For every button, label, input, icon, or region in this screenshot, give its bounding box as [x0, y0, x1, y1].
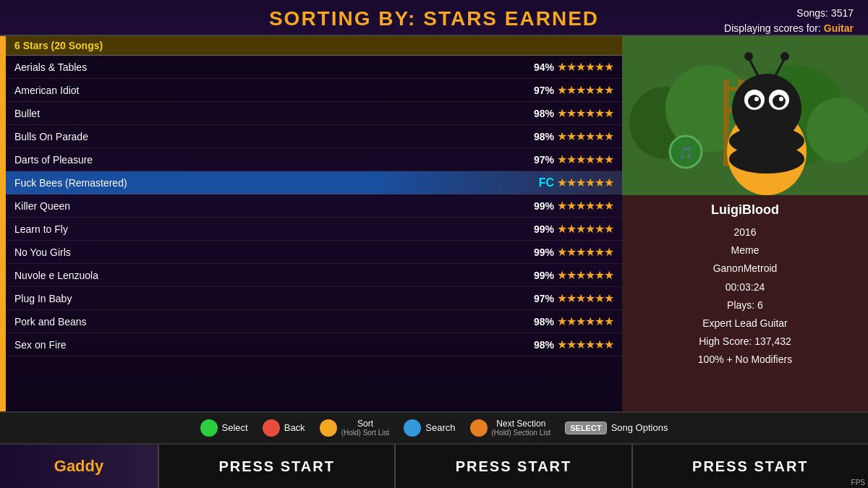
control-select-label: Select [222, 422, 248, 433]
select-badge-icon[interactable]: SELECT [565, 421, 606, 435]
control-song-options-label: Song Options [611, 422, 668, 433]
svg-point-15 [748, 95, 761, 108]
control-back-label: Back [284, 422, 305, 433]
displaying-label: Displaying scores for: [724, 22, 821, 34]
player-image-svg: 🎵 [622, 36, 868, 195]
song-name: Darts of Pleasure [14, 154, 534, 166]
song-score: 98% [534, 131, 554, 142]
sorting-value: Stars Earned [423, 7, 599, 30]
stat-duration: 00:03:24 [634, 278, 856, 296]
svg-point-12 [732, 74, 801, 143]
displaying-value: Guitar [824, 22, 854, 34]
song-row[interactable]: Killer Queen99%★★★★★★ [6, 194, 622, 218]
control-sort-label: Sort(Hold) Sort List [341, 419, 390, 437]
header: SORTING BY: Stars Earned Songs: 3517 Dis… [0, 0, 868, 36]
left-accent-bar [0, 36, 6, 412]
song-row[interactable]: Learn to Fly99%★★★★★★ [6, 218, 622, 241]
song-row[interactable]: Darts of Pleasure97%★★★★★★ [6, 148, 622, 171]
song-name: Bulls On Parade [14, 131, 534, 142]
blue-button-icon[interactable] [404, 419, 421, 437]
song-name: American Idiot [14, 85, 534, 96]
songs-count-value: 3517 [831, 7, 854, 19]
songs-count-label: Songs: [796, 7, 828, 19]
song-row[interactable]: Bullet98%★★★★★★ [6, 102, 622, 125]
player-stats: 2016 Meme GanonMetroid 00:03:24 Plays: 6… [634, 223, 856, 369]
footer-player1: Gaddy [0, 445, 159, 488]
stat-year: 2016 [634, 223, 856, 241]
header-right: Songs: 3517 Displaying scores for: Guita… [724, 6, 854, 36]
svg-point-16 [773, 95, 786, 108]
sorting-label: SORTING BY: [269, 7, 416, 30]
controls-bar: Select Back Sort(Hold) Sort List Search … [0, 411, 868, 445]
yellow-button-icon[interactable] [320, 419, 337, 437]
song-row[interactable]: Nuvole e Lenzuola99%★★★★★★ [6, 264, 622, 287]
control-sort: Sort(Hold) Sort List [320, 419, 390, 437]
song-score: 99% [534, 223, 554, 235]
song-stars: ★★★★★★ [557, 314, 613, 328]
song-name: Aerials & Tables [14, 61, 534, 73]
song-row[interactable]: Aerials & Tables94%★★★★★★ [6, 56, 622, 79]
player-name: LuigiBlood [634, 202, 856, 218]
song-name: Bullet [14, 108, 534, 119]
song-score: 94% [534, 61, 554, 73]
control-next-section: Next Section(Hold) Section List [470, 419, 551, 437]
displaying-line: Displaying scores for: Guitar [724, 21, 854, 36]
song-name: Killer Queen [14, 200, 534, 212]
stat-difficulty: Expert Lead Guitar [634, 314, 856, 333]
song-row[interactable]: Bulls On Parade98%★★★★★★ [6, 125, 622, 148]
stat-modifiers: 100% + No Modifiers [634, 351, 856, 369]
footer-press-start-p3[interactable]: PRESS START [396, 445, 632, 488]
song-score: FC [539, 176, 554, 189]
song-stars: ★★★★★★ [557, 245, 613, 259]
fps-counter: FPS [851, 479, 865, 487]
control-search: Search [404, 419, 455, 437]
plays-label: Plays: [727, 299, 754, 311]
song-row[interactable]: Sex on Fire98%★★★★★★ [6, 333, 622, 356]
song-stars: ★★★★★★ [557, 106, 613, 120]
svg-point-21 [744, 52, 753, 61]
svg-point-22 [780, 52, 789, 61]
right-panel: 🎵 LuigiBlood 2016 Meme GanonMetroid 00:0… [622, 36, 868, 412]
song-name: Plug In Baby [14, 293, 534, 304]
plays-value: 6 [757, 299, 763, 311]
stat-high-score: High Score: 137,432 [634, 333, 856, 351]
song-score: 97% [534, 154, 554, 166]
green-button-icon[interactable] [200, 419, 218, 437]
footer-press-start-p4[interactable]: PRESS START [633, 445, 868, 488]
song-name: Nuvole e Lenzuola [14, 270, 534, 281]
song-name: No You Girls [14, 247, 534, 258]
song-score: 97% [534, 85, 554, 96]
high-score-value: 137,432 [754, 335, 791, 347]
control-select: Select [200, 419, 248, 437]
svg-point-11 [729, 145, 804, 174]
song-stars: ★★★★★★ [557, 338, 613, 351]
song-list[interactable]: 6 Stars (20 Songs) Aerials & Tables94%★★… [6, 36, 622, 412]
song-rows: Aerials & Tables94%★★★★★★American Idiot9… [6, 56, 622, 356]
song-row[interactable]: American Idiot97%★★★★★★ [6, 79, 622, 102]
orange-button-icon[interactable] [470, 419, 488, 437]
song-name: Learn to Fly [14, 223, 534, 235]
footer-bar: Gaddy PRESS START PRESS START PRESS STAR… [0, 445, 868, 488]
song-score: 99% [534, 247, 554, 258]
control-search-label: Search [425, 422, 455, 433]
song-score: 98% [534, 316, 554, 328]
main-content: 6 Stars (20 Songs) Aerials & Tables94%★★… [0, 36, 868, 412]
song-stars: ★★★★★★ [557, 291, 613, 305]
svg-point-17 [754, 97, 759, 101]
songs-count-line: Songs: 3517 [724, 6, 854, 21]
song-stars: ★★★★★★ [557, 268, 613, 282]
song-row[interactable]: No You Girls99%★★★★★★ [6, 241, 622, 264]
red-button-icon[interactable] [263, 419, 280, 437]
player-info: LuigiBlood 2016 Meme GanonMetroid 00:03:… [622, 195, 868, 412]
control-song-options: SELECT Song Options [565, 421, 668, 435]
song-stars: ★★★★★★ [557, 199, 613, 213]
footer-press-start-p2[interactable]: PRESS START [159, 445, 396, 488]
song-row[interactable]: Plug In Baby97%★★★★★★ [6, 287, 622, 310]
category-header: 6 Stars (20 Songs) [6, 36, 622, 56]
song-row[interactable]: Pork and Beans98%★★★★★★ [6, 310, 622, 333]
song-score: 99% [534, 270, 554, 281]
song-row[interactable]: Fuck Bees (Remastered)FC★★★★★★ [6, 171, 622, 194]
song-stars: ★★★★★★ [557, 83, 613, 97]
song-score: 99% [534, 200, 554, 212]
svg-point-18 [779, 97, 783, 101]
